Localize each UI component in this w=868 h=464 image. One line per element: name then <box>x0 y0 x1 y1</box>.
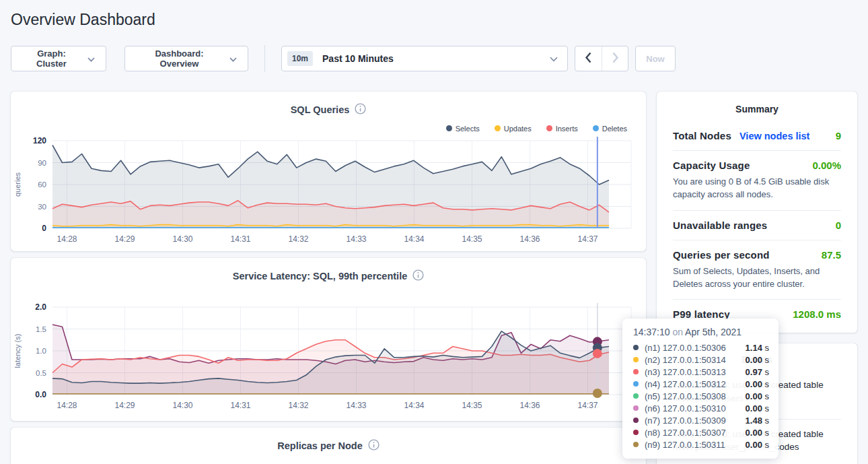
summary-label: Queries per second <box>673 249 770 261</box>
tooltip-node-value: 0.00 s <box>746 391 769 401</box>
tooltip-node-label: (n9) 127.0.0.1:50311 <box>645 440 725 450</box>
tooltip-node-label: (n5) 127.0.0.1:50308 <box>645 391 726 401</box>
chart-title-row: Replicas per Node <box>11 428 646 453</box>
svg-text:14:30: 14:30 <box>172 401 192 410</box>
time-range-selector[interactable]: 10m Past 10 Minutes <box>281 46 568 71</box>
summary-row: Total NodesView nodes list9 <box>673 121 841 150</box>
legend-item[interactable]: Updates <box>495 123 532 134</box>
svg-text:14:28: 14:28 <box>57 401 77 410</box>
legend-label: Inserts <box>556 125 578 133</box>
tooltip-node-value: 1.14 s <box>746 343 769 353</box>
dashboard-dropdown[interactable]: Dashboard: Overview <box>124 46 248 71</box>
legend-item[interactable]: Selects <box>446 123 480 134</box>
toolbar: Graph: Cluster Dashboard: Overview 10m P… <box>11 45 857 72</box>
service-latency-chart[interactable]: 14:2814:2914:3014:3114:3214:3314:3414:35… <box>11 300 646 419</box>
summary-label: Total Nodes <box>673 130 731 141</box>
svg-text:14:37: 14:37 <box>577 401 598 410</box>
chart-title-row: SQL Queries <box>11 92 646 117</box>
chevron-down-icon <box>550 53 558 65</box>
tooltip-node-label: (n6) 127.0.0.1:50310 <box>645 403 726 413</box>
legend-dot <box>593 125 599 131</box>
tooltip-row: (n3) 127.0.0.1:503130.97 s <box>633 366 769 378</box>
chart-title: Replicas per Node <box>277 440 363 451</box>
svg-text:14:33: 14:33 <box>346 401 366 410</box>
node-color-dot <box>633 345 639 350</box>
tooltip-row: (n6) 127.0.0.1:503100.00 s <box>633 402 769 414</box>
tooltip-row: (n8) 127.0.0.1:503070.00 s <box>633 426 769 438</box>
graph-dropdown-label: Graph: Cluster <box>22 48 81 69</box>
summary-row: Unavailable ranges0 <box>673 210 841 240</box>
tooltip-node-label: (n8) 127.0.0.1:50307 <box>645 428 726 438</box>
svg-text:14:32: 14:32 <box>288 234 308 244</box>
node-color-dot <box>633 393 639 399</box>
chevron-down-icon <box>229 54 237 64</box>
chevron-right-icon <box>612 52 619 65</box>
info-icon[interactable] <box>355 103 366 117</box>
tooltip-node-value: 0.00 s <box>746 403 769 413</box>
legend-label: Updates <box>504 125 532 133</box>
info-icon[interactable] <box>412 269 424 283</box>
tooltip-row: (n1) 127.0.0.1:503061.14 s <box>633 341 769 354</box>
legend-item[interactable]: Deletes <box>593 123 627 134</box>
summary-value: 9 <box>836 130 841 141</box>
tooltip-row: (n4) 127.0.0.1:503120.00 s <box>633 378 769 390</box>
tooltip-node-label: (n4) 127.0.0.1:50312 <box>645 379 726 389</box>
summary-description: You are using 0 B of 4.5 GiB usable disk… <box>673 176 841 201</box>
summary-value: 0.00% <box>812 160 841 171</box>
tooltip-row: (n2) 127.0.0.1:503140.00 s <box>633 354 769 366</box>
legend-item[interactable]: Inserts <box>546 123 578 134</box>
svg-text:0.5: 0.5 <box>36 369 46 377</box>
prev-time-button[interactable] <box>575 46 602 71</box>
tooltip-node-label: (n2) 127.0.0.1:50314 <box>645 355 726 365</box>
node-color-dot <box>633 418 639 423</box>
summary-label: Capacity Usage <box>673 160 750 171</box>
summary-label: Unavailable ranges <box>673 220 767 231</box>
svg-text:14:29: 14:29 <box>114 234 135 244</box>
legend-label: Selects <box>456 125 480 133</box>
svg-text:14:34: 14:34 <box>404 234 424 244</box>
graph-dropdown[interactable]: Graph: Cluster <box>11 46 106 71</box>
svg-text:14:32: 14:32 <box>288 401 308 410</box>
svg-text:120: 120 <box>33 136 46 145</box>
chart-legend: SelectsUpdatesInsertsDeletes <box>11 117 646 134</box>
summary-rows: Total NodesView nodes list9Capacity Usag… <box>657 121 857 329</box>
svg-text:14:29: 14:29 <box>114 401 135 410</box>
dashboard-dropdown-label: Dashboard: Overview <box>136 48 223 69</box>
svg-text:1.0: 1.0 <box>36 347 46 355</box>
svg-text:2.0: 2.0 <box>35 302 46 312</box>
tooltip-node-value: 0.00 s <box>746 440 769 450</box>
sql-queries-chart[interactable]: 14:2814:2914:3014:3114:3214:3314:3414:35… <box>11 134 646 253</box>
svg-text:0.0: 0.0 <box>35 390 46 399</box>
svg-text:14:37: 14:37 <box>577 234 598 244</box>
svg-text:latency (s): latency (s) <box>13 334 22 368</box>
tooltip-row: (n9) 127.0.0.1:503110.00 s <box>633 438 769 451</box>
svg-text:30: 30 <box>38 203 46 211</box>
tooltip-preposition: on <box>672 327 683 337</box>
svg-text:60: 60 <box>38 180 46 189</box>
info-icon[interactable] <box>368 439 379 453</box>
svg-text:90: 90 <box>38 159 46 167</box>
summary-row: Queries per second87.5Sum of Selects, Up… <box>673 240 841 300</box>
svg-text:14:34: 14:34 <box>404 401 424 410</box>
summary-title: Summary <box>657 92 857 114</box>
tooltip-node-value: 1.48 s <box>746 416 769 426</box>
now-button[interactable]: Now <box>635 46 676 71</box>
summary-value: 0 <box>836 220 841 231</box>
tooltip-node-value: 0.00 s <box>746 379 769 389</box>
tooltip-node-value: 0.97 s <box>746 367 769 377</box>
svg-text:14:36: 14:36 <box>519 234 540 244</box>
view-nodes-list-link[interactable]: View nodes list <box>739 131 810 141</box>
svg-text:14:35: 14:35 <box>462 401 482 410</box>
tooltip-node-label: (n1) 127.0.0.1:50306 <box>645 343 726 353</box>
next-time-button[interactable] <box>602 46 628 71</box>
legend-dot <box>546 125 552 131</box>
replicas-per-node-panel: Replicas per Node <box>11 428 646 464</box>
tooltip-node-label: (n7) 127.0.0.1:50309 <box>645 416 726 426</box>
service-latency-panel: Service Latency: SQL, 99th percentile 14… <box>11 258 646 421</box>
time-range-label: Past 10 Minutes <box>322 53 394 64</box>
time-step-buttons <box>575 46 628 71</box>
svg-text:queries: queries <box>13 172 22 197</box>
svg-text:1.5: 1.5 <box>36 325 46 333</box>
charts-column: SQL Queries SelectsUpdatesInsertsDeletes… <box>11 92 646 464</box>
tooltip-header: 14:37:10 on Apr 5th, 2021 <box>633 327 769 337</box>
